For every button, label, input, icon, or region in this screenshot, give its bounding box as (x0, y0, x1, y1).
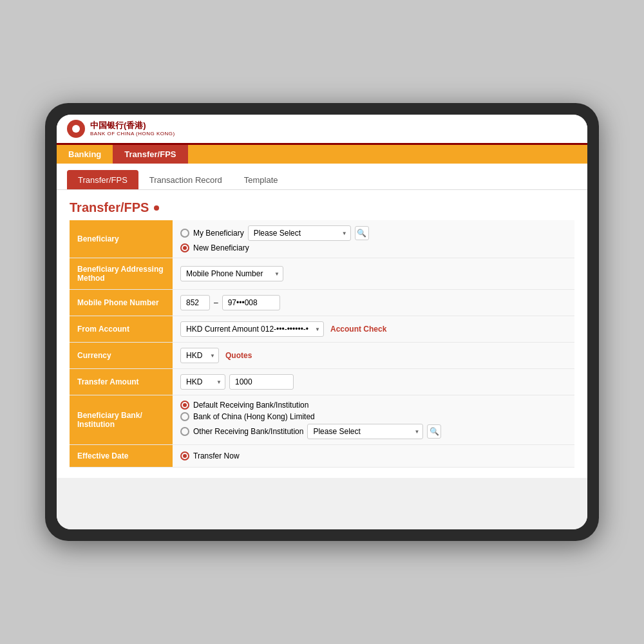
bene-bank-value: Default Receiving Bank/Institution Bank … (173, 395, 574, 445)
new-beneficiary-radio[interactable] (180, 243, 189, 252)
beneficiary-label: Beneficiary (70, 220, 173, 258)
from-account-label: From Account (70, 316, 173, 343)
transfer-now-label: Transfer Now (193, 451, 240, 460)
bene-bank-boc-radio[interactable] (180, 412, 189, 421)
bene-bank-search-icon[interactable]: 🔍 (427, 424, 441, 439)
currency-select[interactable]: HKD (180, 348, 219, 363)
form-card: Transfer/FPS Beneficiary My Beneficiary (57, 190, 587, 478)
mobile-dash: – (214, 298, 218, 307)
mobile-country-input[interactable] (180, 295, 210, 310)
transfer-amount-input[interactable] (229, 374, 294, 390)
bene-bank-default-label: Default Receiving Bank/Institution (193, 401, 308, 410)
nav-item-transfer[interactable]: Transfer/FPS (113, 145, 187, 164)
transfer-currency-select[interactable]: HKD (180, 374, 225, 390)
bene-bank-boc-label: Bank of China (Hong Kong) Limited (193, 412, 315, 421)
beneficiary-search-icon[interactable]: 🔍 (355, 226, 369, 240)
beneficiary-radio-group: My Beneficiary Please Select 🔍 (180, 225, 567, 252)
bene-bank-default-radio[interactable] (180, 401, 189, 410)
bene-bank-radio-group: Default Receiving Bank/Institution Bank … (180, 401, 567, 439)
account-check-link[interactable]: Account Check (330, 325, 386, 334)
top-bar: 中国银行(香港) BANK OF CHINA (HONG KONG) (57, 115, 587, 145)
my-beneficiary-label: My Beneficiary (193, 229, 244, 238)
mobile-value: – (173, 290, 574, 316)
new-beneficiary-row: New Beneficiary (180, 243, 567, 252)
bene-bank-other-radio[interactable] (180, 427, 189, 436)
effective-date-row: Effective Date Transfer Now (70, 445, 574, 468)
currency-label: Currency (70, 343, 173, 369)
bene-bank-other-wrapper: Please Select (307, 424, 423, 439)
transfer-now-row: Transfer Now (180, 451, 567, 460)
form-table: Beneficiary My Beneficiary Please Select (70, 220, 574, 468)
tablet-screen: 中国银行(香港) BANK OF CHINA (HONG KONG) Banki… (57, 115, 587, 529)
bene-bank-other-row: Other Receiving Bank/Institution Please … (180, 424, 567, 439)
content-area: Transfer/FPS Transaction Record Template… (57, 164, 587, 529)
currency-select-wrapper: HKD (180, 348, 219, 363)
tab-transfer-fps[interactable]: Transfer/FPS (67, 170, 138, 189)
from-account-value: HKD Current Amount 012-•••-••••••-• Acco… (173, 316, 574, 343)
bene-bank-other-select[interactable]: Please Select (307, 424, 423, 439)
form-title: Transfer/FPS (70, 200, 574, 215)
transfer-now-radio[interactable] (180, 451, 189, 460)
beneficiary-select-wrapper: Please Select (248, 225, 351, 241)
new-beneficiary-label: New Beneficiary (193, 243, 249, 252)
addressing-method-row: Beneficiary Addressing Method Mobile Pho… (70, 258, 574, 290)
tablet-device: 中国银行(香港) BANK OF CHINA (HONG KONG) Banki… (45, 103, 599, 541)
effective-date-value: Transfer Now (173, 445, 574, 468)
beneficiary-select[interactable]: Please Select (248, 225, 351, 241)
nav-bar: Banking Transfer/FPS (57, 145, 587, 164)
mobile-row: Mobile Phone Number – (70, 290, 574, 316)
mobile-number-input[interactable] (222, 295, 280, 310)
addressing-select[interactable]: Mobile Phone Number (180, 266, 283, 281)
beneficiary-row: Beneficiary My Beneficiary Please Select (70, 220, 574, 258)
from-account-row: From Account HKD Current Amount 012-•••-… (70, 316, 574, 343)
bene-bank-row: Beneficiary Bank/ Institution Default Re… (70, 395, 574, 445)
addressing-select-wrapper: Mobile Phone Number (180, 266, 283, 281)
transfer-amount-row: Transfer Amount HKD (70, 369, 574, 395)
mobile-label: Mobile Phone Number (70, 290, 173, 316)
addressing-method-value: Mobile Phone Number (173, 258, 574, 290)
my-beneficiary-row: My Beneficiary Please Select 🔍 (180, 225, 567, 241)
transfer-amount-label: Transfer Amount (70, 369, 173, 395)
effective-date-label: Effective Date (70, 445, 173, 468)
currency-value: HKD Quotes (173, 343, 574, 369)
from-account-select-wrapper: HKD Current Amount 012-•••-••••••-• (180, 321, 324, 337)
beneficiary-value: My Beneficiary Please Select 🔍 (173, 220, 574, 258)
bene-bank-boc-row: Bank of China (Hong Kong) Limited (180, 412, 567, 421)
transfer-currency-wrapper: HKD (180, 374, 225, 390)
tab-transaction-record[interactable]: Transaction Record (138, 170, 233, 189)
bene-bank-other-label: Other Receiving Bank/Institution (193, 427, 303, 436)
addressing-method-label: Beneficiary Addressing Method (70, 258, 173, 290)
logo-icon (67, 120, 85, 138)
logo-text: 中国银行(香港) BANK OF CHINA (HONG KONG) (90, 120, 175, 137)
bene-bank-default-row: Default Receiving Bank/Institution (180, 401, 567, 410)
tab-template[interactable]: Template (233, 170, 289, 189)
my-beneficiary-radio[interactable] (180, 229, 189, 238)
title-dot (154, 205, 159, 211)
currency-row: Currency HKD Quotes (70, 343, 574, 369)
from-account-select[interactable]: HKD Current Amount 012-•••-••••••-• (180, 321, 324, 337)
nav-item-banking[interactable]: Banking (57, 145, 113, 164)
bene-bank-label: Beneficiary Bank/ Institution (70, 395, 173, 445)
quotes-link[interactable]: Quotes (225, 351, 252, 360)
tab-row: Transfer/FPS Transaction Record Template (57, 164, 587, 190)
transfer-amount-value: HKD (173, 369, 574, 395)
